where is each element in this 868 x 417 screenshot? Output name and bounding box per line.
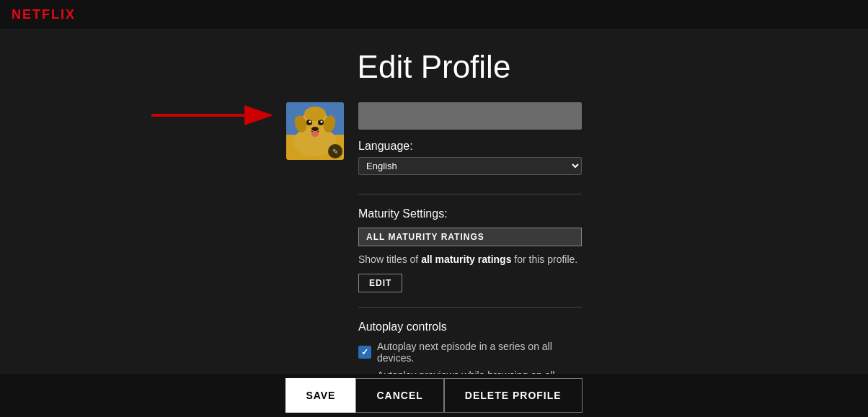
svg-point-10 bbox=[321, 121, 323, 123]
svg-point-9 bbox=[309, 121, 311, 123]
form-section: Language: English Spanish French Maturit… bbox=[358, 102, 582, 398]
cancel-button[interactable]: CANCEL bbox=[355, 378, 443, 413]
maturity-edit-button[interactable]: EDIT bbox=[358, 274, 402, 292]
netflix-logo: NETFLIX bbox=[12, 7, 76, 22]
autoplay-episodes-label: Autoplay next episode in a series on all… bbox=[377, 341, 582, 364]
divider-2 bbox=[358, 307, 582, 308]
autoplay-label: Autoplay controls bbox=[358, 320, 582, 333]
autoplay-episodes-item: Autoplay next episode in a series on all… bbox=[358, 341, 582, 364]
maturity-description: Show titles of all maturity ratings for … bbox=[358, 254, 582, 265]
bottom-bar: SAVE CANCEL DELETE PROFILE bbox=[0, 374, 868, 417]
profile-section: ✎ Language: English Spanish French Matur… bbox=[286, 102, 582, 398]
svg-point-11 bbox=[311, 127, 319, 131]
avatar-wrapper[interactable]: ✎ bbox=[286, 102, 344, 160]
language-select[interactable]: English Spanish French bbox=[358, 157, 582, 175]
header: NETFLIX bbox=[0, 0, 868, 29]
avatar-edit-overlay[interactable]: ✎ bbox=[328, 144, 342, 158]
svg-point-13 bbox=[304, 107, 326, 121]
save-button[interactable]: SAVE bbox=[285, 378, 355, 413]
profile-name-input[interactable] bbox=[358, 102, 582, 130]
svg-point-12 bbox=[311, 131, 319, 137]
maturity-label: Maturity Settings: bbox=[358, 207, 582, 220]
divider-1 bbox=[358, 194, 582, 194]
page-title: Edit Profile bbox=[358, 49, 511, 85]
main-content: Edit Profile bbox=[0, 29, 868, 398]
autoplay-episodes-checkbox[interactable] bbox=[358, 346, 371, 359]
delete-profile-button[interactable]: DELETE PROFILE bbox=[444, 378, 583, 413]
language-label: Language: bbox=[358, 140, 582, 153]
maturity-bold: all maturity ratings bbox=[421, 254, 511, 265]
maturity-badge: ALL MATURITY RATINGS bbox=[358, 228, 582, 246]
